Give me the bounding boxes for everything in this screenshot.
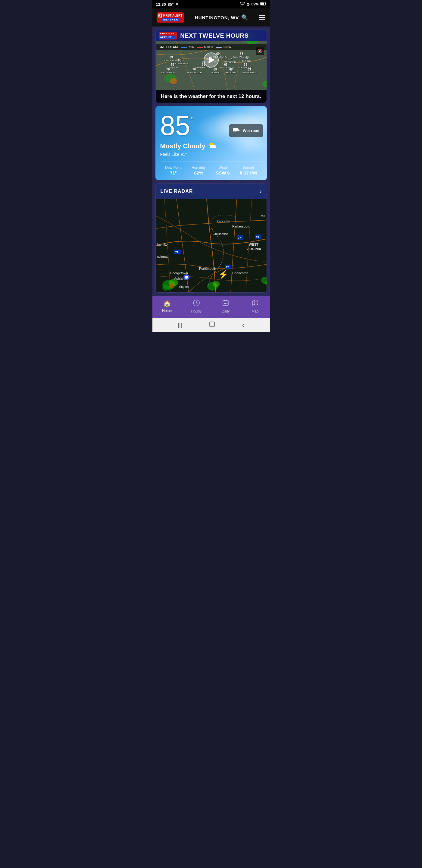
video-container[interactable]: 69CINCINNATI 69PARKERSBURG 66CLARKSBURG … — [156, 30, 267, 90]
temperature-value: 85 — [160, 112, 190, 139]
humidity-label: Humidity — [192, 165, 206, 170]
svg-text:Charleston: Charleston — [232, 271, 248, 275]
map-icon — [252, 299, 259, 308]
temp-beckley: 68BECKLEY — [225, 68, 236, 74]
chevron-right-icon: › — [260, 188, 262, 195]
svg-point-40 — [213, 281, 220, 287]
daily-icon — [222, 299, 229, 308]
radar-title: LIVE RADAR — [161, 189, 193, 194]
wind-value: SSW 6 — [216, 170, 230, 176]
nav-daily-label: Daily — [222, 309, 230, 313]
back-icon: ‹ — [242, 321, 244, 329]
svg-rect-9 — [233, 128, 237, 131]
video-time-bar: SAT 1:00 AM RAIN MIXED SNOW — [156, 44, 267, 50]
android-back-button[interactable]: ‹ — [242, 321, 244, 329]
temp-paintsville: 70PAINTSVILLE — [187, 68, 202, 74]
svg-rect-49 — [223, 301, 228, 306]
weather-content: Wet road 85 ° Mostly Cloudy — [155, 106, 267, 180]
svg-text:Chillicothe: Chillicothe — [213, 232, 228, 236]
svg-rect-52 — [227, 303, 227, 304]
status-right: ⊘ 69% — [240, 2, 266, 7]
play-triangle-icon — [209, 57, 215, 63]
app-header: 3 FIRST ALERT WEATHER HUNTINGTON, WV 🔍 — [153, 8, 270, 27]
radar-header[interactable]: LIVE RADAR › — [156, 184, 267, 199]
search-icon[interactable]: 🔍 — [241, 14, 248, 21]
status-time: 12:30 — [156, 2, 166, 7]
legend-mixed: MIXED — [197, 45, 213, 49]
status-temp: 85° — [168, 2, 174, 7]
svg-text:Parkersburg: Parkersburg — [232, 224, 250, 228]
android-home-icon — [209, 321, 215, 329]
radar-map[interactable]: hamilton ncinnati Georgetown Chillicothe… — [156, 199, 267, 292]
svg-text:71: 71 — [175, 251, 178, 254]
logo-bottom: WEATHER — [161, 18, 180, 22]
temperature-degree: ° — [190, 115, 194, 125]
wet-road-icon — [232, 127, 240, 135]
hourly-icon — [193, 299, 200, 308]
svg-text:77: 77 — [238, 236, 241, 239]
sunset-label: Sunset — [240, 165, 257, 170]
video-banner: FIRST ALERT WEATHER NEXT TWELVE HOURS — [156, 30, 267, 41]
svg-point-38 — [162, 285, 170, 291]
svg-point-44 — [171, 283, 174, 286]
svg-text:79: 79 — [256, 236, 259, 239]
dew-point-value: 71° — [165, 170, 182, 176]
wet-road-label: Wet road — [243, 128, 259, 133]
svg-text:⚡: ⚡ — [218, 270, 229, 279]
status-app-icon: ✕ — [175, 2, 178, 7]
svg-point-13 — [213, 145, 216, 148]
nav-home-label: Home — [162, 309, 172, 313]
svg-text:hamilton: hamilton — [157, 243, 170, 246]
wifi-icon — [240, 2, 245, 7]
wind-label: Wind — [216, 165, 230, 170]
nav-daily[interactable]: Daily — [211, 298, 241, 315]
svg-text:Lancaster: Lancaster — [217, 220, 231, 223]
stat-humidity: Humidity 62% — [192, 165, 206, 176]
svg-text:77: 77 — [226, 266, 229, 269]
video-time: SAT 1:00 AM — [159, 45, 178, 49]
svg-rect-50 — [224, 303, 225, 304]
status-left: 12:30 85° ✕ — [156, 2, 179, 7]
do-not-disturb-icon: ⊘ — [247, 2, 250, 7]
mute-button[interactable]: 🔇 — [256, 47, 264, 55]
stat-dew-point: Dew Point 71° — [165, 165, 182, 176]
humidity-value: 62% — [192, 170, 206, 176]
nav-home[interactable]: 🏠 Home — [153, 299, 182, 314]
recent-apps-icon: ||| — [178, 322, 182, 328]
android-home-button[interactable] — [209, 321, 215, 329]
svg-text:VIRGINIA: VIRGINIA — [247, 247, 261, 251]
weather-condition-icon — [208, 142, 217, 151]
svg-rect-53 — [209, 322, 215, 327]
status-bar: 12:30 85° ✕ ⊘ 69% — [153, 0, 270, 8]
next-twelve-hours: NEXT TWELVE HOURS — [180, 32, 249, 39]
logo-text: FIRST ALERT — [163, 14, 183, 17]
stat-wind: Wind SSW 6 — [216, 165, 230, 176]
app-logo: 3 FIRST ALERT WEATHER — [157, 12, 184, 23]
menu-button[interactable] — [259, 16, 265, 20]
android-recent-button[interactable]: ||| — [178, 322, 182, 328]
legend-rain: RAIN — [181, 45, 194, 49]
wet-road-badge: Wet road — [229, 124, 263, 137]
svg-text:ncinnati: ncinnati — [157, 255, 168, 258]
battery-icon — [260, 2, 266, 6]
svg-text:Georgetown: Georgetown — [170, 271, 188, 275]
nav-map-label: Map — [252, 309, 258, 313]
condition-text: Mostly Cloudy — [160, 142, 205, 150]
svg-point-46 — [185, 276, 188, 279]
legend-snow: SNOW — [216, 45, 231, 49]
nav-hourly[interactable]: Hourly — [182, 298, 211, 315]
play-button[interactable] — [204, 53, 219, 67]
first-alert-badge: FIRST ALERT WEATHER — [159, 32, 177, 39]
bottom-nav: 🏠 Home Hourly Daily — [153, 296, 270, 318]
video-card: 69CINCINNATI 69PARKERSBURG 66CLARKSBURG … — [155, 30, 267, 103]
svg-point-6 — [170, 78, 177, 84]
city-name: HUNTINGTON, WV 🔍 — [195, 14, 248, 21]
svg-rect-51 — [225, 303, 226, 304]
stat-sunset: Sunset 8:37 PM — [240, 165, 257, 176]
radar-card: LIVE RADAR › — [155, 183, 267, 293]
sunset-value: 8:37 PM — [240, 170, 257, 176]
nav-map[interactable]: Map — [240, 298, 270, 315]
nav-hourly-label: Hourly — [191, 309, 201, 313]
weather-card: Wet road 85 ° Mostly Cloudy — [155, 106, 267, 180]
svg-text:WEST: WEST — [249, 243, 258, 246]
